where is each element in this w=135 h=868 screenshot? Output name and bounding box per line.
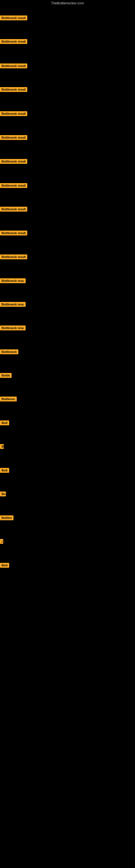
bottleneck-badge-15[interactable]: Bottleneck [0,349,18,354]
bottleneck-badge-container-21: Bo [0,492,6,497]
bottleneck-badge-container-1: Bottleneck result [0,16,27,22]
bottleneck-badge-container-7: Bottleneck result [0,159,27,165]
bottleneck-badge-container-11: Bottleneck result [0,254,27,260]
bottleneck-badge-container-16: Bottle [0,373,12,379]
bottleneck-badge-container-14: Bottleneck resu [0,326,26,332]
bottleneck-badge-17[interactable]: Bottlenec [0,397,17,401]
bottleneck-badge-14[interactable]: Bottleneck resu [0,326,26,330]
bottleneck-badge-container-13: Bottleneck resu [0,302,26,308]
bottleneck-badge-12[interactable]: Bottleneck resu [0,278,26,283]
site-title: TheBottlenecker.com [0,0,135,6]
bottleneck-badge-3[interactable]: Bottleneck result [0,63,27,68]
bottleneck-badge-container-10: Bottleneck result [0,230,27,237]
bottleneck-badge-10[interactable]: Bottleneck result [0,230,27,236]
bottleneck-badge-2[interactable]: Bottleneck result [0,39,27,44]
bottleneck-badge-container-23: | [0,539,2,545]
bottleneck-badge-container-19: B [0,444,4,450]
bottleneck-badge-container-3: Bottleneck result [0,63,27,69]
bottleneck-badge-16[interactable]: Bottle [0,373,12,378]
bottleneck-badge-11[interactable]: Bottleneck result [0,254,27,259]
bottleneck-badge-6[interactable]: Bottleneck result [0,135,27,140]
bottleneck-badge-container-24: Bott [0,563,9,569]
bottleneck-badge-container-8: Bottleneck result [0,183,27,189]
bottleneck-badge-21[interactable]: Bo [0,492,6,496]
bottleneck-badge-9[interactable]: Bottleneck result [0,207,27,212]
bottleneck-badge-20[interactable]: Bott [0,468,9,473]
bottleneck-badge-4[interactable]: Bottleneck result [0,87,27,92]
bottleneck-badge-8[interactable]: Bottleneck result [0,183,27,188]
bottleneck-badge-container-6: Bottleneck result [0,135,27,141]
bottleneck-badge-container-12: Bottleneck resu [0,278,26,284]
bottleneck-badge-container-20: Bott [0,468,9,474]
bottleneck-badge-container-22: Bottlen [0,516,13,521]
bottleneck-badge-24[interactable]: Bott [0,563,9,568]
bottleneck-badge-22[interactable]: Bottlen [0,516,13,520]
bottleneck-badge-container-17: Bottlenec [0,397,17,403]
bottleneck-badge-container-18: Bott [0,421,9,426]
bottleneck-badge-container-15: Bottleneck [0,349,18,355]
bottleneck-badge-7[interactable]: Bottleneck result [0,159,27,164]
bottleneck-badge-container-2: Bottleneck result [0,39,27,45]
bottleneck-badge-19[interactable]: B [0,444,4,449]
bottleneck-badge-container-4: Bottleneck result [0,87,27,93]
bottleneck-badge-5[interactable]: Bottleneck result [0,111,27,116]
bottleneck-badge-23[interactable]: | [0,539,3,544]
bottleneck-badge-1[interactable]: Bottleneck result [0,16,27,20]
bottleneck-badge-container-5: Bottleneck result [0,111,27,117]
bottleneck-badge-container-9: Bottleneck result [0,207,27,213]
bottleneck-badge-13[interactable]: Bottleneck resu [0,302,26,307]
bottleneck-badge-18[interactable]: Bott [0,421,9,425]
